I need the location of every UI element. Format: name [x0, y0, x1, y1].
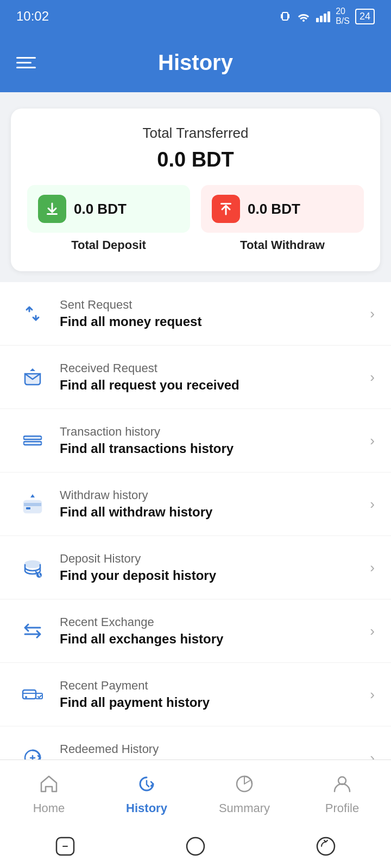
- profile-icon: [328, 770, 356, 798]
- exchange-text: Recent Exchange Find all exchanges histo…: [60, 615, 364, 647]
- transaction-item[interactable]: Transaction history Find all transaction…: [0, 409, 391, 473]
- payment-label: Recent Payment: [60, 679, 364, 693]
- payment-icon: [16, 678, 49, 711]
- transaction-icon: [16, 424, 49, 457]
- total-amount: 0.0 BDT: [27, 148, 364, 171]
- received-request-item[interactable]: Received Request Find all request you re…: [0, 346, 391, 409]
- summary-label: Summary: [219, 801, 270, 815]
- redeem-label: Redeemed History: [60, 742, 364, 756]
- deposit-item: 0.0 BDT: [27, 185, 190, 233]
- withdraw-arrow-icon: [218, 201, 234, 216]
- svg-rect-3: [316, 18, 319, 22]
- nav-history[interactable]: History: [98, 760, 195, 825]
- received-request-icon: [16, 361, 49, 393]
- deposit-icon-wrap: [38, 195, 66, 223]
- svg-rect-6: [327, 11, 330, 22]
- home-button[interactable]: [181, 832, 210, 860]
- sent-request-item[interactable]: Sent Request Find all money request ›: [0, 282, 391, 346]
- page-title: History: [158, 50, 233, 75]
- exchange-sublabel: Find all exchanges history: [60, 631, 364, 647]
- received-request-chevron: ›: [370, 369, 375, 386]
- svg-rect-14: [24, 503, 41, 506]
- bottom-nav: Home History Summary: [0, 760, 391, 825]
- received-request-label: Received Request: [60, 361, 364, 375]
- withdraw-col: 0.0 BDT Total Withdraw: [201, 185, 364, 252]
- deposit-history-sublabel: Find your deposit history: [60, 568, 364, 583]
- exchange-icon: [16, 615, 49, 647]
- deposit-history-icon: [16, 551, 49, 584]
- svg-point-16: [25, 561, 40, 567]
- svg-rect-25: [317, 838, 335, 855]
- summary-icon: [230, 770, 258, 798]
- transaction-sublabel: Find all transactions history: [60, 441, 364, 456]
- transaction-label: Transaction history: [60, 425, 364, 439]
- signal-icon: [316, 10, 330, 22]
- exchange-label: Recent Exchange: [60, 615, 364, 629]
- system-nav: [0, 825, 391, 868]
- deposit-history-text: Deposit History Find your deposit histor…: [60, 552, 364, 583]
- battery: 24: [355, 9, 375, 24]
- sent-request-sublabel: Find all money request: [60, 314, 364, 329]
- profile-label: Profile: [325, 801, 359, 815]
- total-label: Total Transferred: [27, 125, 364, 142]
- svg-rect-4: [320, 16, 323, 22]
- deposit-amount: 0.0 BDT: [74, 201, 127, 218]
- withdraw-history-icon: [16, 488, 49, 520]
- transaction-chevron: ›: [370, 432, 375, 449]
- payment-item[interactable]: Recent Payment Find all payment history …: [0, 663, 391, 726]
- svg-rect-8: [220, 203, 231, 205]
- deposit-arrow-icon: [45, 201, 60, 216]
- received-request-text: Received Request Find all request you re…: [60, 361, 364, 393]
- nav-summary[interactable]: Summary: [195, 760, 293, 825]
- recent-button[interactable]: [312, 832, 340, 860]
- home-label: Home: [33, 801, 65, 815]
- nav-home[interactable]: Home: [0, 760, 98, 825]
- deposit-history-chevron: ›: [370, 559, 375, 576]
- sent-request-icon: [16, 297, 49, 330]
- status-bar: 10:02 20B/S 24: [0, 0, 391, 33]
- transaction-text: Transaction history Find all transaction…: [60, 425, 364, 456]
- withdraw-history-chevron: ›: [370, 496, 375, 513]
- svg-rect-18: [23, 690, 36, 699]
- deposit-history-label: Deposit History: [60, 552, 364, 566]
- svg-rect-5: [324, 14, 326, 22]
- payment-sublabel: Find all payment history: [60, 695, 364, 710]
- back-button[interactable]: [51, 832, 79, 860]
- withdraw-amount: 0.0 BDT: [248, 201, 300, 218]
- sent-request-text: Sent Request Find all money request: [60, 298, 364, 329]
- history-nav-icon: [133, 770, 161, 798]
- withdraw-history-label: Withdraw history: [60, 488, 364, 502]
- exchange-chevron: ›: [370, 623, 375, 640]
- sent-request-label: Sent Request: [60, 298, 364, 312]
- payment-chevron: ›: [370, 686, 375, 703]
- svg-point-24: [187, 838, 204, 855]
- nav-profile[interactable]: Profile: [293, 760, 391, 825]
- deposit-label: Total Deposit: [27, 238, 190, 252]
- history-nav-label: History: [126, 801, 167, 815]
- time: 10:02: [16, 9, 49, 24]
- received-request-sublabel: Find all request you received: [60, 378, 364, 393]
- home-icon: [35, 770, 63, 798]
- withdraw-label: Total Withdraw: [201, 238, 364, 252]
- deposit-col: 0.0 BDT Total Deposit: [27, 185, 190, 252]
- svg-point-20: [25, 696, 27, 698]
- menu-icon[interactable]: [16, 57, 36, 68]
- header: History: [0, 33, 391, 92]
- deposit-history-item[interactable]: Deposit History Find your deposit histor…: [0, 536, 391, 599]
- payment-text: Recent Payment Find all payment history: [60, 679, 364, 710]
- withdraw-history-item[interactable]: Withdraw history Find all withdraw histo…: [0, 473, 391, 536]
- vibrate-icon: [279, 10, 291, 22]
- data-speed: 20B/S: [336, 7, 350, 26]
- card-row: 0.0 BDT Total Deposit 0.0 BDT Total With…: [27, 185, 364, 252]
- wifi-icon: [297, 10, 311, 22]
- svg-rect-0: [282, 12, 288, 20]
- exchange-item[interactable]: Recent Exchange Find all exchanges histo…: [0, 599, 391, 663]
- summary-card: Total Transferred 0.0 BDT 0.0 BDT Total …: [11, 108, 380, 271]
- withdraw-item: 0.0 BDT: [201, 185, 364, 233]
- withdraw-history-sublabel: Find all withdraw history: [60, 505, 364, 520]
- svg-rect-7: [47, 213, 58, 215]
- sent-request-chevron: ›: [370, 305, 375, 322]
- svg-rect-15: [26, 507, 30, 509]
- svg-rect-13: [24, 501, 41, 513]
- withdraw-icon-wrap: [212, 195, 240, 223]
